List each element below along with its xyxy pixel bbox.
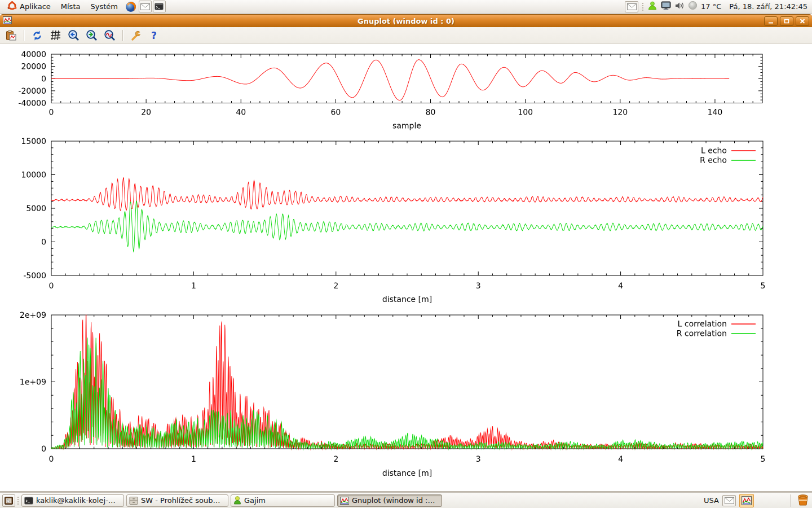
- toolbar-separator: [122, 30, 123, 41]
- taskbar-button-label: SW - Prohlížeč souborů: [141, 496, 223, 505]
- replot-icon[interactable]: [30, 29, 44, 42]
- places-menu[interactable]: Místa: [56, 0, 86, 13]
- display-settings-icon[interactable]: [661, 1, 671, 12]
- show-desktop-button[interactable]: [2, 494, 15, 507]
- task-list: kaklik@kaklik-kolej-u...SW - Prohlížeč s…: [21, 494, 442, 507]
- gajim-icon: [233, 496, 241, 505]
- weather-icon[interactable]: [688, 1, 698, 12]
- terminal-launcher-icon[interactable]: [153, 1, 166, 12]
- top-panel: Aplikace Místa Systém: [0, 0, 812, 14]
- taskbar-button-4[interactable]: Gnuplot (window id : 0): [337, 494, 442, 507]
- taskbar-right: USA: [704, 493, 810, 508]
- mail-launcher-icon[interactable]: [139, 1, 152, 12]
- taskbar-separator: [790, 494, 791, 507]
- zoom-previous-icon[interactable]: [67, 29, 80, 42]
- taskbar-button-3[interactable]: Gajim: [231, 494, 335, 507]
- zoom-next-icon[interactable]: [85, 29, 98, 42]
- gnuplot-icon: [340, 497, 349, 505]
- toolbar: ?: [0, 27, 812, 44]
- panel-indicators: 17 °C Pá, 18. září, 21:42:45: [625, 0, 812, 13]
- firefox-launcher-icon[interactable]: [124, 1, 138, 13]
- plots-canvas[interactable]: [0, 44, 812, 491]
- gnuplot-tray-icon[interactable]: [739, 494, 754, 507]
- places-menu-label: Místa: [61, 2, 81, 11]
- system-menu-label: Systém: [90, 2, 117, 11]
- mail-notification-icon[interactable]: [625, 1, 638, 12]
- taskbar-button-2[interactable]: SW - Prohlížeč souborů: [126, 494, 228, 507]
- panel-left: Aplikace Místa Systém: [0, 0, 166, 13]
- applications-menu-label: Aplikace: [20, 2, 51, 11]
- volume-icon[interactable]: [674, 1, 685, 12]
- taskbar-button-label: Gnuplot (window id : 0): [352, 496, 437, 505]
- ubuntu-logo-icon: [7, 1, 17, 12]
- clock-indicator[interactable]: Pá, 18. září, 21:42:45: [729, 2, 807, 11]
- taskbar: kaklik@kaklik-kolej-u...SW - Prohlížeč s…: [0, 492, 812, 508]
- taskbar-button-label: Gajim: [244, 496, 266, 505]
- window-title: Gnuplot (window id : 0): [0, 17, 812, 25]
- keyboard-layout-indicator[interactable]: USA: [704, 496, 719, 505]
- autoscale-icon[interactable]: [103, 29, 116, 42]
- taskbar-button-1[interactable]: kaklik@kaklik-kolej-u...: [21, 494, 124, 507]
- taskbar-button-label: kaklik@kaklik-kolej-u...: [36, 496, 119, 505]
- terminal-icon: [24, 497, 33, 505]
- file-manager-icon: [129, 497, 138, 505]
- applications-menu[interactable]: Aplikace: [2, 0, 56, 13]
- tray-grip[interactable]: [642, 2, 644, 11]
- mail-tray-icon[interactable]: [722, 495, 736, 506]
- user-switcher-icon[interactable]: [647, 1, 657, 13]
- titlebar[interactable]: Gnuplot (window id : 0): [0, 14, 812, 27]
- desktop: Aplikace Místa Systém: [0, 0, 812, 508]
- copy-icon[interactable]: [4, 29, 17, 42]
- system-menu[interactable]: Systém: [85, 0, 122, 13]
- help-icon[interactable]: ?: [147, 29, 161, 42]
- taskbar-grip[interactable]: [17, 496, 19, 505]
- toolbar-separator: [24, 30, 24, 41]
- gnuplot-window: Gnuplot (window id : 0): [0, 14, 812, 492]
- trash-icon[interactable]: [796, 493, 810, 508]
- temperature-indicator[interactable]: 17 °C: [701, 2, 721, 11]
- grid-icon[interactable]: [48, 29, 62, 42]
- plot-area: [0, 44, 812, 491]
- settings-icon[interactable]: [129, 29, 143, 42]
